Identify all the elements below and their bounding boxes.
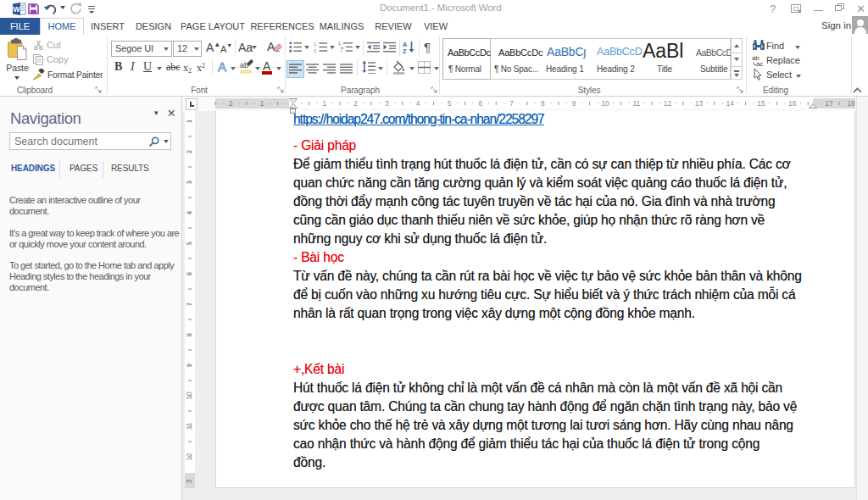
svg-text:16: 16 <box>788 99 797 108</box>
svg-text:15: 15 <box>757 99 765 108</box>
svg-text:2.: 2. <box>314 48 317 53</box>
svg-text:i.: i. <box>341 48 342 53</box>
svg-text:7: 7 <box>509 99 514 108</box>
svg-text:1: 1 <box>322 99 326 108</box>
svg-text:6: 6 <box>478 99 482 108</box>
svg-text:10: 10 <box>601 99 609 108</box>
svg-text:13: 13 <box>695 99 704 108</box>
svg-text:3: 3 <box>185 479 193 483</box>
svg-text:2: 2 <box>229 99 233 108</box>
svg-text:3: 3 <box>385 99 389 108</box>
svg-text:12: 12 <box>664 99 672 108</box>
svg-text:1.: 1. <box>314 42 317 47</box>
svg-text:8: 8 <box>541 99 545 108</box>
svg-text:1: 1 <box>260 99 264 108</box>
svg-text:14: 14 <box>726 99 734 108</box>
svg-text:5: 5 <box>448 99 452 108</box>
svg-text:A: A <box>267 40 275 53</box>
svg-text:Z: Z <box>403 48 407 53</box>
svg-text:11: 11 <box>632 99 640 108</box>
svg-text:A: A <box>403 42 407 47</box>
svg-text:ac: ac <box>756 60 763 66</box>
svg-text:W: W <box>13 5 20 14</box>
svg-text:9: 9 <box>572 99 576 108</box>
svg-text:2: 2 <box>353 99 358 108</box>
svg-text:A: A <box>218 59 226 74</box>
svg-text:4: 4 <box>416 99 420 108</box>
svg-text:18: 18 <box>847 99 855 108</box>
svg-text:ab: ab <box>240 61 248 69</box>
